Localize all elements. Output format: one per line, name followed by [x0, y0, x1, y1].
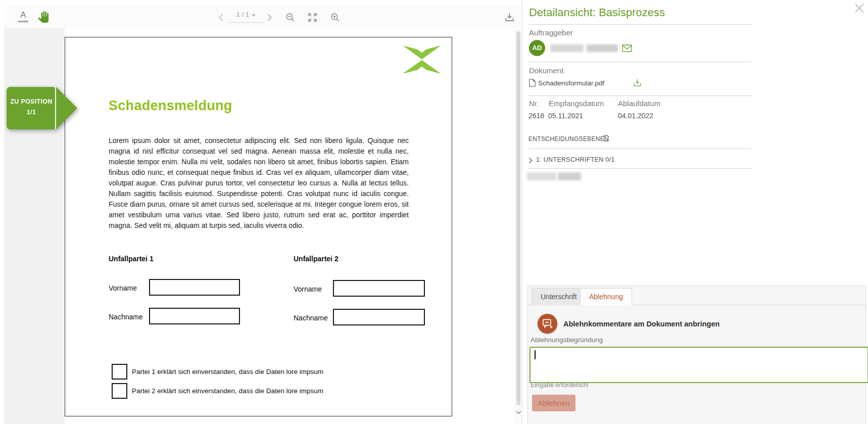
fullscreen-icon[interactable]	[307, 12, 318, 23]
tab-strip-border	[528, 305, 865, 305]
document-body-text: Lorem ipsum dolor sit amet, consectetur …	[109, 135, 409, 231]
ablaufdatum-header: Ablaufdatum	[618, 99, 660, 108]
redacted-name	[587, 44, 618, 52]
redacted-signer-name	[527, 172, 556, 180]
zoom-in-icon[interactable]	[330, 12, 341, 23]
pdf-viewer-area: Schadensmeldung Lorem ipsum dolor sit am…	[4, 28, 522, 424]
empfangsdatum-value: 05.11.2021	[548, 112, 583, 120]
party2-consent-label: Partei 2 erklärt sich einverstanden, das…	[132, 387, 323, 395]
pdf-page: Schadensmeldung Lorem ipsum dolor sit am…	[65, 37, 452, 416]
dokument-label: Dokument	[529, 66, 563, 75]
validation-message: Eingabe erforderlich!	[531, 382, 589, 389]
ablehnen-button[interactable]: Ablehnen	[532, 395, 575, 411]
expand-chevron-icon[interactable]	[528, 157, 533, 164]
add-comment-button[interactable]	[538, 314, 557, 334]
viewer-scrollbar[interactable]	[514, 28, 522, 424]
party2-vorname-label: Vorname	[294, 285, 322, 293]
redacted-name	[550, 44, 584, 52]
page-number: 1 / 1	[236, 11, 249, 18]
party2-vorname-field[interactable]	[333, 280, 425, 297]
text-select-tool-icon[interactable]: A	[18, 10, 28, 22]
party1-header: Unfallpartei 1	[109, 255, 154, 263]
scrollbar-down-icon[interactable]	[516, 410, 521, 414]
party2-nachname-label: Nachname	[294, 314, 328, 322]
download-document-icon[interactable]	[504, 12, 515, 22]
party1-vorname-field[interactable]	[149, 279, 240, 296]
divider	[528, 62, 752, 62]
party1-consent-checkbox[interactable]	[112, 364, 127, 380]
nr-header: Nr.	[529, 99, 539, 108]
comment-hint-text: Ablehnkommentare am Dokument anbringen	[563, 320, 719, 328]
badge-line2: 1/1	[7, 107, 56, 118]
next-page-button[interactable]	[267, 13, 272, 22]
divider	[528, 148, 752, 149]
party1-vorname-label: Vorname	[109, 284, 137, 292]
redacted-signer-name	[558, 172, 581, 180]
document-title: Schadensmeldung	[109, 98, 232, 114]
party2-consent-checkbox[interactable]	[112, 383, 127, 399]
avatar: AD	[529, 40, 545, 56]
mail-icon[interactable]	[622, 44, 632, 52]
party1-nachname-label: Nachname	[109, 313, 143, 321]
party2-nachname-field[interactable]	[333, 309, 425, 325]
party2-header: Unfallpartei 2	[294, 255, 339, 263]
sync-icon[interactable]	[602, 134, 610, 142]
badge-text: ZU POSITION 1/1	[7, 97, 56, 118]
ablaufdatum-value: 04.01.2022	[618, 112, 653, 120]
rejection-reason-input[interactable]	[529, 347, 868, 383]
zoom-out-icon[interactable]	[285, 12, 296, 23]
text-caret	[535, 350, 536, 359]
ablehnungsbegruendung-label: Ablehnungsbegründung	[531, 336, 603, 344]
prev-page-button[interactable]	[218, 13, 224, 22]
panel-title: Detailansicht: Basisprozess	[529, 6, 665, 19]
badge-line1: ZU POSITION	[7, 97, 56, 107]
empfangsdatum-header: Empfangsdatum	[549, 99, 604, 108]
tab-unterschrift[interactable]: Unterschrift	[532, 288, 586, 304]
divider	[528, 96, 752, 96]
close-icon[interactable]	[854, 3, 865, 14]
divider	[528, 24, 752, 25]
pdf-toolbar: A 1 / 1	[4, 6, 522, 29]
document-filename[interactable]: Schadensformular.pdf	[538, 79, 604, 87]
pan-tool-icon[interactable]	[37, 11, 49, 23]
page-dropdown-caret-icon	[252, 14, 256, 17]
zu-position-badge[interactable]: ZU POSITION 1/1	[7, 87, 77, 129]
company-logo-icon	[403, 44, 441, 75]
pdf-file-icon	[529, 79, 536, 87]
party1-consent-label: Partei 1 erklärt sich einverstanden, das…	[132, 368, 323, 375]
decision-panel: Unterschrift Ablehnung Ablehnkommentare …	[527, 286, 866, 424]
party1-nachname-field[interactable]	[149, 308, 240, 324]
panel-divider	[522, 0, 522, 424]
badge-arrow	[56, 87, 77, 129]
download-file-icon[interactable]	[633, 78, 642, 87]
entscheidungsebenen-label: ENTSCHEIDUNGSEBENEN	[528, 135, 609, 143]
scrollbar-thumb[interactable]	[516, 31, 520, 405]
tab-ablehnung[interactable]: Ablehnung	[580, 288, 632, 305]
divider	[528, 168, 752, 169]
auftraggeber-label: Auftraggeber	[529, 28, 573, 37]
nr-value: 2618	[528, 112, 544, 120]
level1-label[interactable]: 1: UNTERSCHRIFTEN 0/1	[536, 156, 615, 163]
page-indicator[interactable]: 1 / 1	[229, 11, 263, 23]
